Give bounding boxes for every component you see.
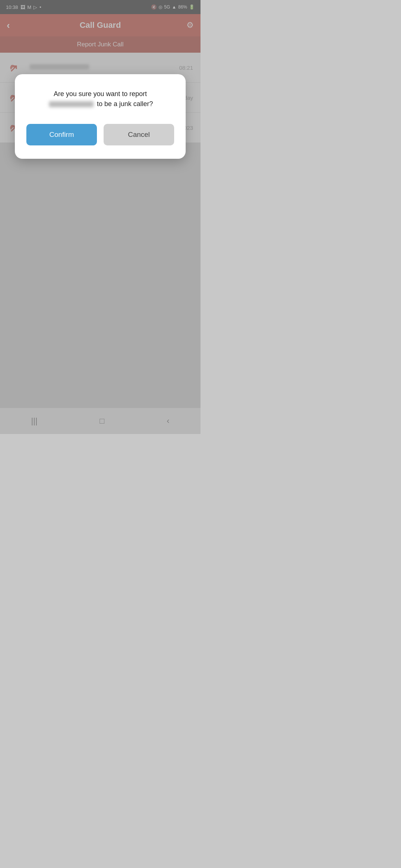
confirm-button[interactable]: Confirm [26, 124, 97, 145]
dialog-number-blur [49, 101, 94, 107]
cancel-button[interactable]: Cancel [104, 124, 174, 145]
dialog-message: Are you sure you want to report to be a … [26, 89, 175, 109]
dialog-message-before: Are you sure you want to report [53, 90, 147, 98]
dialog-message-after: to be a junk caller? [97, 100, 153, 108]
confirm-dialog: Are you sure you want to report to be a … [15, 74, 186, 159]
modal-overlay: Are you sure you want to report to be a … [0, 0, 200, 434]
dialog-buttons: Confirm Cancel [26, 124, 175, 145]
